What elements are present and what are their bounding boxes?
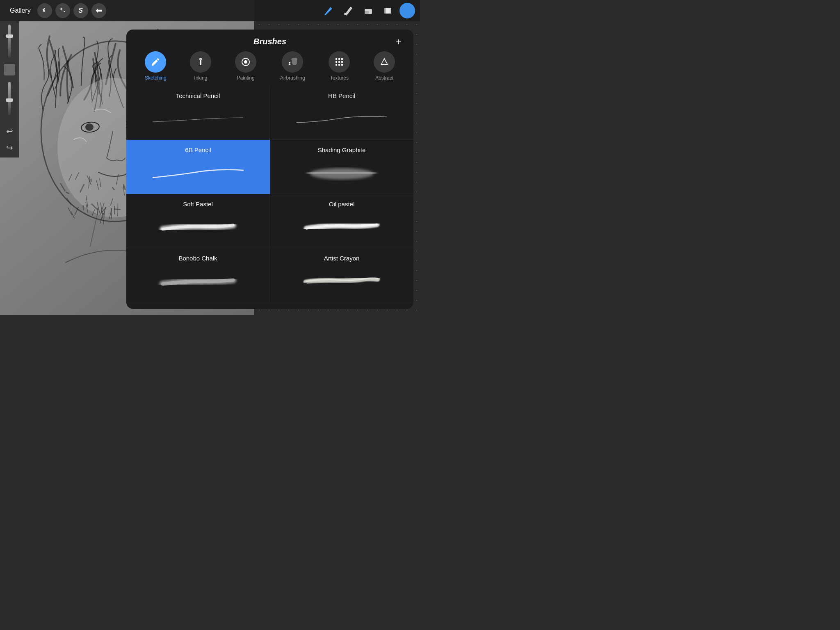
brush-item-hb-pencil[interactable]: HB Pencil [270,86,413,140]
category-tabs: Sketching Inking Painting Airbrushing [126,51,413,86]
gallery-label: Gallery [10,7,31,14]
svg-rect-10 [341,58,343,60]
svg-point-6 [244,60,247,64]
right-tools [321,3,415,18]
brush-preview [135,158,262,187]
brush-item-oil-pastel[interactable]: Oil pastel [270,194,413,248]
brush-preview [278,267,405,295]
svg-rect-13 [341,61,343,63]
tab-sketching-label: Sketching [145,75,167,81]
tab-inking[interactable]: Inking [190,51,211,81]
svg-rect-15 [338,64,340,66]
brush-name: Bonobo Chalk [135,255,261,262]
brush-name: Technical Pencil [135,92,261,99]
pen-tool-button[interactable] [340,3,356,18]
tab-painting-label: Painting [237,75,254,81]
tab-abstract-label: Abstract [375,75,393,81]
brush-name: Soft Pastel [135,201,261,208]
wrench-button[interactable] [37,3,52,18]
undo-icon: ↩ [6,126,13,136]
brush-list: Technical Pencil HB Pencil 6B Pencil [126,86,413,302]
magic-wand-button[interactable] [55,3,70,18]
brush-name: Shading Graphite [278,146,405,153]
brush-preview [278,158,405,187]
tab-textures-label: Textures [330,75,349,81]
brushes-title: Brushes [253,37,286,46]
brush-item-shading-graphite[interactable]: Shading Graphite [270,140,413,194]
brush-name: HB Pencil [278,92,405,99]
svg-rect-11 [336,61,337,63]
brush-name: Artist Crayon [278,255,405,262]
tab-painting[interactable]: Painting [235,51,256,81]
brush-item-soft-pastel[interactable]: Soft Pastel [126,194,270,248]
arrow-tool-button[interactable] [91,3,106,18]
brush-preview [278,212,405,241]
undo-button[interactable]: ↩ [3,125,16,138]
svg-rect-5 [386,8,391,14]
brush-preview [278,104,405,133]
brushes-panel: Brushes + Sketching Inking Painting [126,30,413,309]
brush-item-bonobo-chalk[interactable]: Bonobo Chalk [126,248,270,302]
left-toolbar: ↩ ↪ [0,21,19,158]
tab-airbrushing-label: Airbrushing [280,75,305,81]
gallery-button[interactable]: Gallery [7,3,34,18]
tab-airbrushing[interactable]: Airbrushing [280,51,305,81]
svg-point-1 [344,13,346,15]
svg-rect-16 [341,64,343,66]
tab-abstract[interactable]: Abstract [374,51,395,81]
inking-icon [190,51,211,73]
svg-rect-9 [338,58,340,60]
tab-textures[interactable]: Textures [329,51,350,81]
abstract-icon [374,51,395,73]
color-square-button[interactable] [4,64,15,75]
painting-icon [235,51,256,73]
brush-size-thumb[interactable] [6,34,13,38]
brush-item-artist-crayon[interactable]: Artist Crayon [270,248,413,302]
brush-preview [135,104,261,133]
user-avatar[interactable] [399,3,415,18]
svg-rect-14 [336,64,337,66]
svg-rect-7 [289,62,290,63]
eraser-tool-button[interactable] [360,3,376,18]
brush-size-slider[interactable] [8,25,11,57]
brush-preview [135,212,261,241]
brush-preview [135,267,261,295]
brush-item-technical-pencil[interactable]: Technical Pencil [126,86,270,140]
brush-name: Oil pastel [278,201,405,208]
airbrushing-icon [282,51,303,73]
layers-tool-button[interactable] [380,3,395,18]
svg-rect-3 [365,11,369,14]
brushes-header: Brushes + [126,30,413,51]
brush-name: 6B Pencil [135,146,262,153]
sketching-icon [145,51,166,73]
redo-icon: ↪ [6,143,13,153]
redo-button[interactable]: ↪ [3,141,16,154]
svg-rect-8 [336,58,337,60]
s-tool-button[interactable]: S [73,3,88,18]
brush-tool-button[interactable] [321,3,336,18]
tab-inking-label: Inking [194,75,207,81]
top-toolbar: Gallery S [0,0,420,21]
textures-icon [329,51,350,73]
opacity-thumb[interactable] [6,98,13,102]
add-brush-button[interactable]: + [392,35,405,48]
tab-sketching[interactable]: Sketching [145,51,167,81]
brush-item-6b-pencil[interactable]: 6B Pencil [126,140,270,194]
svg-rect-12 [338,61,340,63]
opacity-slider[interactable] [8,82,11,115]
